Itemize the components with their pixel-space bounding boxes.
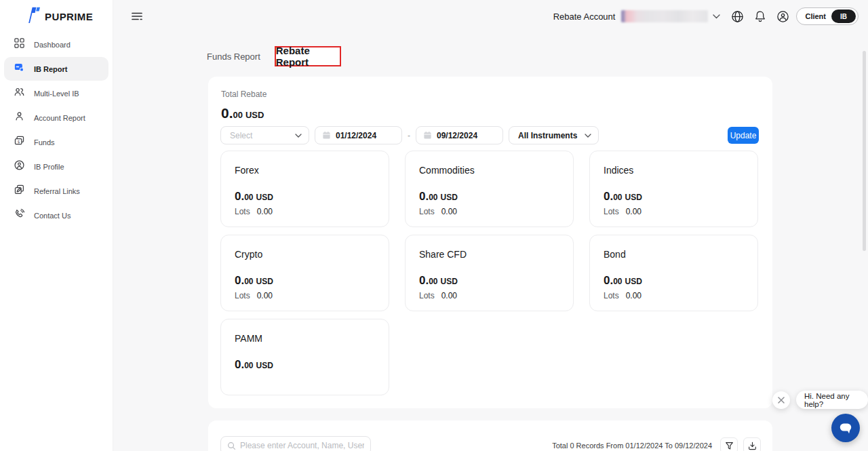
sidebar-toggle-button[interactable]: [129, 9, 145, 25]
card-amount-minor: 00: [429, 277, 437, 286]
card-currency: USD: [256, 361, 273, 370]
card-title: Indices: [604, 165, 744, 176]
card-value: 0.00USD: [419, 274, 458, 288]
card-currency: USD: [625, 193, 642, 202]
card-title: Crypto: [235, 249, 375, 260]
card-forex: Forex 0.00USD Lots0.00: [220, 151, 389, 227]
rebate-summary-panel: Total Rebate 0. 00 USD Select 01/12/2024…: [208, 77, 772, 408]
card-lots: Lots0.00: [604, 207, 642, 216]
total-rebate-label: Total Rebate: [221, 90, 267, 99]
client-ib-toggle[interactable]: Client IB: [796, 7, 859, 25]
card-lots: Lots0.00: [419, 291, 457, 300]
sidebar-item-ib-profile[interactable]: IB Profile: [4, 155, 108, 178]
lots-label: Lots: [604, 291, 619, 300]
card-value: 0.00USD: [235, 190, 273, 203]
update-button[interactable]: Update: [728, 127, 759, 144]
sidebar-item-multi-level-ib[interactable]: Multi-Level IB: [4, 81, 108, 105]
ib-profile-icon: [14, 159, 25, 174]
sidebar-item-label: IB Profile: [34, 163, 64, 171]
chat-launcher-button[interactable]: [831, 414, 860, 442]
instruments-value: All Instruments: [518, 131, 577, 140]
lots-label: Lots: [419, 207, 435, 216]
chat-bubble-icon: [838, 420, 853, 435]
total-rebate-value: 0. 00 USD: [221, 105, 264, 121]
chat-close-button[interactable]: [772, 391, 790, 409]
calendar-icon: [423, 131, 432, 140]
card-amount-major: 0.: [235, 190, 244, 203]
total-amount-major: 0.: [221, 105, 233, 121]
sidebar-item-contact-us[interactable]: Contact Us: [4, 203, 108, 227]
client-toggle-label[interactable]: Client: [805, 12, 826, 20]
search-icon: [227, 442, 236, 450]
date-to-input[interactable]: 09/12/2024: [416, 126, 503, 144]
records-panel: Total 0 Records From 01/12/2024 To 09/12…: [208, 420, 772, 451]
card-amount-minor: 00: [429, 193, 437, 202]
svg-text:$: $: [18, 140, 20, 144]
ib-toggle-badge[interactable]: IB: [831, 9, 856, 23]
lots-value: 0.00: [441, 291, 457, 300]
card-currency: USD: [625, 277, 642, 286]
sidebar-item-account-report[interactable]: Account Report: [4, 106, 108, 130]
card-indices: Indices 0.00USD Lots0.00: [589, 151, 758, 227]
card-amount-major: 0.: [419, 190, 429, 203]
sidebar-item-referral-links[interactable]: Referral Links: [4, 179, 108, 203]
instruments-dropdown[interactable]: All Instruments: [509, 126, 599, 144]
date-from-input[interactable]: 01/12/2024: [315, 126, 402, 144]
topbar-right: Rebate Account Client IB: [553, 7, 859, 25]
card-title: PAMM: [235, 333, 375, 344]
chat-greeting-bubble[interactable]: Hi. Need any help?: [796, 391, 868, 409]
card-title: Bond: [604, 249, 744, 260]
account-number-redacted[interactable]: [621, 10, 708, 22]
chevron-down-icon: [295, 134, 302, 138]
app-root: PUPRIME Dashboard: [0, 0, 868, 451]
brand-logo[interactable]: PUPRIME: [24, 5, 93, 27]
account-chevron-down-icon[interactable]: [713, 14, 720, 19]
account-report-icon: [14, 111, 25, 125]
card-bond: Bond 0.00USD Lots0.00: [589, 235, 758, 311]
lots-value: 0.00: [257, 207, 273, 216]
language-globe-icon[interactable]: [731, 10, 744, 23]
total-currency: USD: [245, 110, 264, 120]
account-select-dropdown[interactable]: Select: [220, 126, 309, 144]
records-toolbar: Total 0 Records From 01/12/2024 To 09/12…: [552, 437, 761, 451]
lots-value: 0.00: [626, 291, 642, 300]
funnel-icon: [725, 442, 734, 450]
lots-value: 0.00: [626, 207, 642, 216]
card-title: Forex: [235, 165, 375, 176]
tab-rebate-report-highlight[interactable]: Rebate Report: [275, 46, 341, 66]
tab-rebate-report[interactable]: Rebate Report: [276, 45, 340, 68]
card-amount-minor: 00: [613, 193, 622, 202]
card-pamm: PAMM 0.00USD: [220, 319, 389, 395]
notifications-bell-icon[interactable]: [754, 10, 766, 23]
card-title: Commodities: [419, 165, 559, 176]
lots-value: 0.00: [257, 291, 273, 300]
referral-links-icon: [14, 184, 25, 198]
tab-funds-report[interactable]: Funds Report: [207, 52, 260, 62]
sidebar: PUPRIME Dashboard: [0, 0, 113, 451]
sidebar-item-label: IB Report: [34, 65, 68, 73]
ib-report-icon: [14, 62, 25, 76]
close-icon: [777, 396, 785, 404]
card-currency: USD: [256, 277, 273, 286]
sidebar-nav: Dashboard IB Report: [4, 33, 108, 228]
sidebar-item-ib-report[interactable]: IB Report: [4, 57, 108, 81]
vertical-scrollbar-thumb[interactable]: [863, 51, 866, 251]
contact-us-icon: [14, 208, 25, 222]
download-button[interactable]: [743, 437, 761, 451]
date-range-separator: -: [408, 131, 410, 140]
sidebar-item-label: Referral Links: [34, 187, 80, 195]
filter-button[interactable]: [720, 437, 738, 451]
profile-icon[interactable]: [776, 10, 789, 23]
card-lots: Lots0.00: [235, 207, 273, 216]
records-search-input[interactable]: [240, 441, 364, 450]
brand-logo-icon: [24, 5, 41, 27]
card-amount-major: 0.: [604, 190, 613, 203]
card-currency: USD: [256, 193, 273, 202]
sidebar-item-dashboard[interactable]: Dashboard: [4, 33, 108, 56]
download-icon: [748, 442, 757, 450]
card-currency: USD: [441, 193, 458, 202]
lots-label: Lots: [604, 207, 619, 216]
card-value: 0.00USD: [235, 274, 273, 288]
sidebar-item-funds[interactable]: $ Funds: [4, 130, 108, 154]
card-amount-major: 0.: [235, 358, 244, 372]
